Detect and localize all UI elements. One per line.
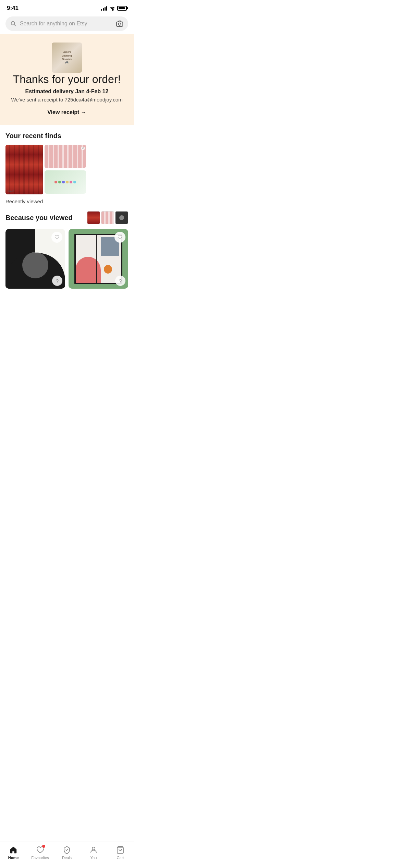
order-title: Thanks for your order! [13,73,121,86]
svg-point-4 [119,215,124,220]
recently-viewed-label: Recently viewed [5,198,128,204]
svg-rect-2 [117,22,123,27]
because-thumb-3[interactable] [115,211,128,224]
product-card-image-2: ♡ ? [69,229,128,289]
view-receipt-link[interactable]: View receipt → [47,109,86,116]
order-product-image: Luke'sGamingSnacks🎮 [52,43,82,73]
recent-main-image[interactable]: Wiant [5,145,43,194]
search-icon [10,21,16,27]
recent-finds-grid: Wiant € [5,145,86,194]
recent-finds-title: Your recent finds [5,132,128,140]
order-banner: Luke'sGamingSnacks🎮 Thanks for your orde… [0,34,134,125]
recent-finds-section: Your recent finds Wiant € [0,125,134,204]
because-title: Because you viewed [5,214,73,222]
product-card-2[interactable]: ♡ ? [69,229,128,289]
because-thumb-1[interactable] [87,211,100,224]
signal-icon [101,6,107,11]
camera-icon[interactable] [116,20,123,27]
status-icons [101,6,127,11]
because-you-viewed-section: Because you viewed [0,211,134,224]
status-time: 9:41 [7,5,19,12]
price-badge: € [81,147,85,150]
order-delivery: Estimated delivery Jan 4-Feb 12 [25,88,109,95]
recent-small-bottom-image[interactable] [45,170,86,194]
product-grid: ♡ ? ♡ ? [0,229,134,294]
search-placeholder: Search for anything on Etsy [20,21,112,27]
recent-small-top-image[interactable]: € [45,145,86,168]
search-bar-container: Search for anything on Etsy [0,14,134,34]
order-email: We've sent a receipt to 725dca4a@moodjoy… [11,97,122,103]
battery-icon [117,6,127,11]
brand-label: Wiant [8,190,14,192]
because-thumbnails [87,211,128,224]
because-thumb-2[interactable] [101,211,114,224]
svg-point-3 [118,23,121,25]
status-bar: 9:41 [0,0,134,14]
search-bar[interactable]: Search for anything on Etsy [5,16,128,31]
svg-line-1 [14,24,15,26]
wifi-icon [109,6,115,11]
product-card-1[interactable]: ♡ ? [5,229,65,289]
product-card-image-1: ♡ ? [5,229,65,289]
